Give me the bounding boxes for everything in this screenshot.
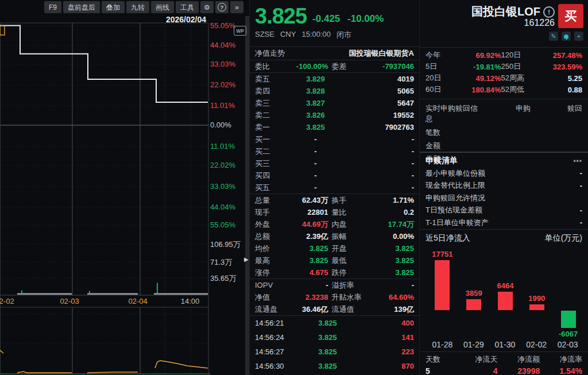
flow-bar — [466, 299, 481, 310]
tools-button[interactable]: 工具 — [176, 1, 199, 13]
bid-price[interactable]: - — [281, 147, 350, 156]
tick-row: 14:56:243.825141 — [250, 330, 419, 345]
trading-terminal: F9 盘前盘后 叠加 九转 画线 工具 ⚙ ? » 2026/02/04 WP … — [0, 0, 588, 375]
bid-row[interactable]: 买一-- — [250, 133, 419, 145]
pct-label: 11.01% — [210, 101, 235, 110]
performance-block: 今年69.92%120日257.48% 5日-19.81%250日323.59%… — [420, 49, 588, 95]
flow-bar-value: 3859 — [458, 289, 490, 297]
ask-row[interactable]: 卖四3.8285065 — [250, 85, 419, 97]
redemption-list-block: 申赎清单 ••• 最小申赎单位份额- 现金替代比例上限- 申购赎回允许情况 T日… — [420, 152, 588, 229]
ask-label: 卖五 — [255, 74, 281, 84]
weicha-value: -7937046 — [369, 62, 415, 71]
ask-price[interactable]: 3.826 — [281, 111, 350, 119]
last-price: 3.825 — [255, 3, 307, 29]
pre-post-market-button[interactable]: 盘前盘后 — [63, 1, 100, 13]
flow-bar-slot: 17751 — [427, 247, 458, 339]
wp-badge[interactable]: WP — [234, 26, 246, 36]
perf-row: 60日180.84%52周低0.88 — [420, 84, 588, 95]
draw-line-button[interactable]: 画线 — [151, 1, 174, 13]
ask-volume: 5647 — [350, 99, 414, 107]
bid-row[interactable]: 买二-- — [250, 145, 419, 157]
weibi-value: -100.00% — [283, 62, 328, 71]
flow-bar-value: -6067 — [552, 330, 584, 338]
alert-info-icon[interactable]: ! — [543, 6, 555, 18]
ask-label: 卖二 — [255, 110, 281, 121]
ask-price[interactable]: 3.829 — [281, 75, 350, 83]
ask-price[interactable]: 3.828 — [281, 87, 350, 95]
ask-label: 卖四 — [255, 86, 281, 96]
tick-volume: 223 — [359, 347, 414, 356]
pct-label: 22.02% — [210, 161, 235, 169]
pct-label: 33.03% — [210, 60, 235, 68]
stat-row: 均价3.825开盘3.825 — [250, 242, 419, 254]
net-inflow-title: 近5日净流入 — [425, 233, 470, 243]
redemption-row: 现金替代比例上限- — [420, 180, 588, 192]
weibi-label: 委比 — [255, 61, 283, 72]
ask-row[interactable]: 卖五3.8294019 — [250, 73, 419, 85]
tick-row: 14:56:273.825223 — [250, 345, 419, 359]
gear-icon[interactable]: ⚙ — [200, 1, 214, 13]
help-glyph: ? — [218, 3, 226, 11]
tick-volume: 870 — [359, 362, 414, 370]
f9-button[interactable]: F9 — [44, 1, 61, 13]
expand-arrow-icon[interactable]: ▶ — [244, 256, 249, 262]
subscription-title: 实时申购赎回信息 — [425, 103, 479, 124]
chart-date: 2026/02/04 — [166, 15, 206, 24]
security-header: 国投白银LOF ! 161226 买 ✎ + — [420, 0, 588, 48]
stat-row: 流通盘36.46亿流通值139亿 — [250, 303, 419, 316]
overlay-button[interactable]: 叠加 — [102, 1, 125, 13]
vol-axis-label: 71.3万 — [210, 257, 232, 268]
stat-row: IOPV-溢折率- — [250, 279, 419, 291]
bid-price[interactable]: - — [281, 183, 350, 192]
nav-trend-row[interactable]: 净值走势 国投瑞银白银期货A — [250, 47, 419, 60]
stat-row: 现手22801量比0.2 — [250, 206, 419, 218]
ask-row[interactable]: 卖三3.8275647 — [250, 97, 419, 109]
help-icon[interactable]: ? — [215, 1, 229, 13]
weicha-label: 委差 — [328, 61, 369, 72]
vol-axis-label: 35.65万 — [210, 273, 237, 284]
ask-price[interactable]: 3.827 — [281, 99, 350, 107]
tick-row: 14:56:303.825870 — [250, 359, 419, 373]
stat-row: 涨停4.675跌停3.825 — [250, 266, 419, 279]
flow-bar-slot: 3859 — [458, 247, 490, 339]
security-name: 国投白银LOF — [471, 4, 540, 20]
ask-volume: 4019 — [350, 75, 414, 83]
pct-label: 22.02% — [210, 80, 235, 89]
ask-price[interactable]: 3.825 — [281, 123, 350, 132]
flow-date: 01-29 — [458, 340, 490, 349]
redeem-col-header: 赎回 — [531, 103, 582, 124]
ask-row[interactable]: 卖一3.8257902763 — [250, 121, 419, 133]
chart-toolbar: F9 盘前盘后 叠加 九转 画线 工具 ⚙ ? » — [44, 1, 243, 13]
add-watchlist-icon[interactable]: + — [574, 32, 583, 41]
flow-bar-value: 6464 — [490, 281, 521, 290]
weibi-row: 委比 -100.00% 委差 -7937046 — [250, 60, 419, 73]
pct-label: 11.01% — [210, 142, 235, 150]
nine-turn-button[interactable]: 九转 — [126, 1, 149, 13]
bid-volume: - — [350, 159, 414, 168]
ask-volume: 19552 — [350, 111, 414, 119]
edit-icon[interactable]: ✎ — [549, 32, 558, 41]
bid-price[interactable]: - — [281, 159, 350, 168]
bid-row[interactable]: 买四-- — [250, 169, 419, 181]
redemption-row: 申购赎回允许情况 — [420, 192, 588, 204]
bid-price[interactable]: - — [281, 135, 350, 144]
stat-row: 外盘44.69万内盘17.74万 — [250, 218, 419, 230]
bid-row[interactable]: 买五-- — [250, 181, 419, 194]
more-icon[interactable]: » — [230, 1, 243, 13]
ask-row[interactable]: 卖二3.82619552 — [250, 109, 419, 121]
info-panel: 国投白银LOF ! 161226 买 ✎ + 今年69.92%120日257.4… — [419, 0, 588, 375]
bid-label: 买五 — [255, 183, 281, 193]
stat-row: 最高3.825最低3.825 — [250, 254, 419, 266]
flow-bar — [498, 292, 513, 310]
bid-label: 买三 — [255, 158, 281, 169]
flow-summary: 天数5 净流天4 净流额23998 净流率1.54% — [420, 351, 588, 375]
bid-price[interactable]: - — [281, 171, 350, 180]
tick-time: 14:56:27 — [255, 347, 296, 356]
bell-icon[interactable] — [562, 32, 571, 41]
buy-button[interactable]: 买 — [558, 4, 583, 28]
quote-panel: 3.825 -0.425 -10.00% SZSE CNY 15:00:00 闭… — [249, 0, 419, 375]
nav-trend-label: 净值走势 — [255, 48, 285, 59]
chart-pane[interactable]: F9 盘前盘后 叠加 九转 画线 工具 ⚙ ? » 2026/02/04 WP … — [0, 0, 249, 375]
menu-dots-icon[interactable]: ••• — [573, 157, 582, 165]
bid-row[interactable]: 买三-- — [250, 157, 419, 169]
